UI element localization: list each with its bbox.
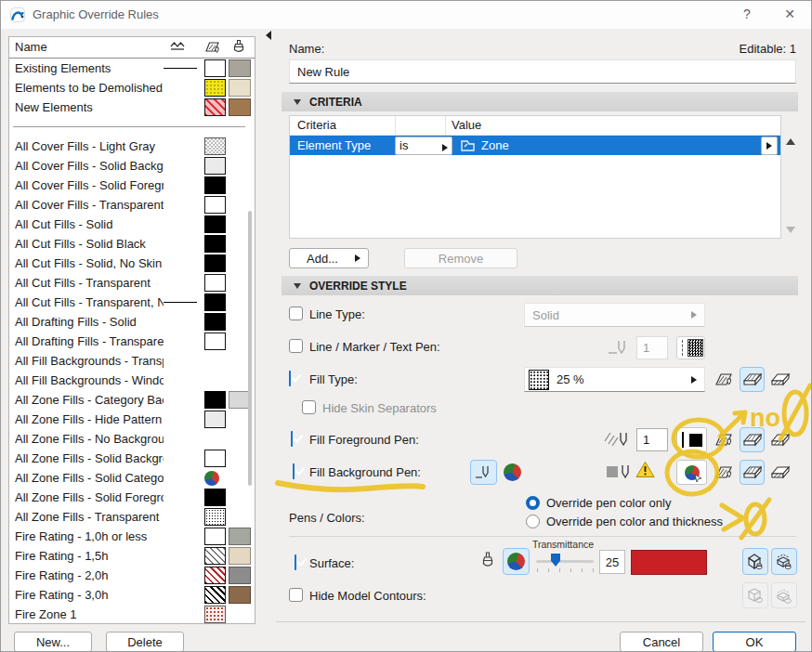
transmittance-value: 25 [606,555,619,569]
cut-fills-toggle[interactable] [767,427,792,452]
list-item[interactable]: All Zone Fills - Category Back... [9,390,255,410]
drafting-fills-toggle[interactable] [712,367,737,392]
surface-swatch [229,489,251,506]
fill-foreground-pen-value-field[interactable]: 1 [636,428,668,451]
line-marker-pen-value-field[interactable]: 1 [636,336,668,359]
list-item[interactable]: Fire Rating - 1,0h or less [9,527,255,546]
list-item[interactable]: All Zone Fills - No Background [9,429,255,449]
list-item[interactable]: All Cut Fills - Transparent, N... [9,293,255,312]
list-item[interactable]: Fire Rating - 3,0h [9,585,255,605]
hide-skin-separators-checkbox[interactable] [302,400,316,414]
line-marker-pen-checkbox[interactable] [289,339,303,353]
surface-swatch [229,59,251,77]
list-item[interactable]: All Drafting Fills - Solid [9,312,255,332]
cover-fills-toggle[interactable] [740,460,765,485]
line-type-dropdown[interactable]: Solid [524,303,705,327]
list-item-name: Fire Zone 1 [9,607,164,621]
hide-model-contours-checkbox[interactable] [289,588,303,602]
surface-color-wheel-button[interactable] [503,548,530,575]
list-item[interactable]: All Cover Fills - Light Gray [9,137,255,156]
surface-checkbox[interactable] [295,554,296,570]
criteria-scroll-up-icon[interactable] [786,138,795,145]
fill-foreground-pen-checkbox[interactable] [291,431,293,447]
override-pen-color-thickness-radio[interactable] [526,515,540,528]
list-item[interactable]: Elements to be Demolished [9,78,255,98]
ok-button[interactable]: OK [713,632,796,652]
list-item[interactable]: All Zone Fills - Solid Category [9,468,255,488]
surface-color-swatch[interactable] [631,550,707,575]
contours-cube-button[interactable] [742,582,768,608]
list-item[interactable]: All Zone Fills - Solid Foregro... [9,488,255,507]
list-item[interactable]: All Zone Fills - Hide Pattern [9,410,255,429]
list-item[interactable]: All Cut Fills - Solid Black [9,234,255,254]
collapse-panel-arrow-icon[interactable] [266,31,271,40]
list-item[interactable]: All Zone Fills - Transparent [9,507,255,527]
list-item[interactable]: All Cover Fills - Solid Backgr... [9,156,255,176]
new-rule-button[interactable]: New... [14,632,92,652]
list-item[interactable]: All Zone Fills - Solid Backgro... [9,449,255,468]
fill-background-pen-checkbox[interactable] [293,463,295,479]
list-item[interactable]: Fire Rating - 2,0h [9,566,255,585]
drafting-fills-toggle[interactable] [712,427,737,452]
close-button[interactable]: ✕ [779,7,800,21]
cut-fills-toggle[interactable] [767,460,792,485]
fill-foreground-pen-color-button[interactable] [676,427,707,452]
list-item[interactable]: All Fill Backgrounds - Windo... [9,371,255,390]
criteria-section-header[interactable]: CRITERIA [282,92,798,111]
criteria-operator-dropdown[interactable]: is [395,137,452,155]
override-style-section-header[interactable]: OVERRIDE STYLE [282,276,798,295]
fill-background-pen-color-button[interactable] [676,460,707,485]
transmittance-slider-handle[interactable] [551,554,560,567]
surface-swatch [229,508,251,526]
line-type-checkbox[interactable] [289,306,303,320]
list-item[interactable]: All Cut Fills - Solid, No Skin ... [9,254,255,273]
criteria-scroll-down-icon[interactable] [786,227,795,233]
list-item[interactable]: All Cover Fills - Solid Foregr... [9,176,255,195]
surface-cut-sides-button[interactable] [771,548,797,575]
remove-criteria-button[interactable]: Remove [404,248,517,268]
cancel-button[interactable]: Cancel [620,632,703,652]
surface-column-icon [232,39,245,55]
list-item[interactable]: All Drafting Fills - Transparent [9,332,255,351]
transmittance-value-field[interactable]: 25 [599,550,625,574]
list-item-name: All Zone Fills - Solid Foregro... [9,490,164,504]
line-marker-pen-color-button[interactable] [676,336,705,359]
list-item[interactable]: All Cut Fills - Transparent [9,273,255,293]
list-item[interactable]: All Cut Fills - Solid [9,215,255,234]
list-item[interactable]: New Elements [9,98,255,117]
list-item[interactable]: Existing Elements [9,59,255,78]
list-item[interactable]: All Fill Backgrounds - Transp... [9,351,255,371]
surface-swatch [229,137,251,155]
list-item-name: All Cover Fills - Light Gray [9,139,164,153]
fill-swatch [204,215,226,233]
cover-fills-toggle[interactable] [740,427,765,452]
cancel-label: Cancel [643,635,680,649]
background-color-wheel-icon[interactable] [504,463,521,481]
fill-swatch [204,274,226,292]
help-button[interactable]: ? [737,7,757,21]
override-pen-color-only-radio[interactable] [526,496,540,510]
list-item[interactable]: All Cover Fills - Transparent [9,195,255,215]
list-item-name: All Cover Fills - Transparent [9,198,164,212]
add-criteria-button[interactable]: Add... [289,248,369,268]
fill-type-dropdown[interactable]: 25 % [524,367,705,392]
rules-list-header: Name [9,37,255,59]
transmittance-slider-track[interactable] [536,560,594,563]
background-pen-mode-button[interactable] [470,460,497,485]
contours-slab-button[interactable] [771,582,797,608]
surface-all-sides-button[interactable] [742,548,768,575]
cut-fills-toggle[interactable] [767,367,792,392]
fill-column-icon [204,40,221,54]
line-sample-cell [164,302,201,303]
cover-fills-toggle[interactable] [740,367,765,392]
rule-name-input[interactable]: New Rule [289,59,796,84]
value-picker-button[interactable] [761,137,778,155]
fill-type-checkbox[interactable] [289,371,291,386]
rules-list-scrollbar[interactable] [248,211,252,486]
delete-rule-button[interactable]: Delete [106,632,184,652]
list-item[interactable]: Fire Rating - 1,5h [9,546,255,566]
drafting-fills-toggle[interactable] [712,460,737,485]
surface-label: Surface: [309,556,354,570]
criteria-row-selected[interactable]: Element Type is Zone [290,136,780,155]
list-item[interactable]: Fire Zone 1 [9,605,255,624]
